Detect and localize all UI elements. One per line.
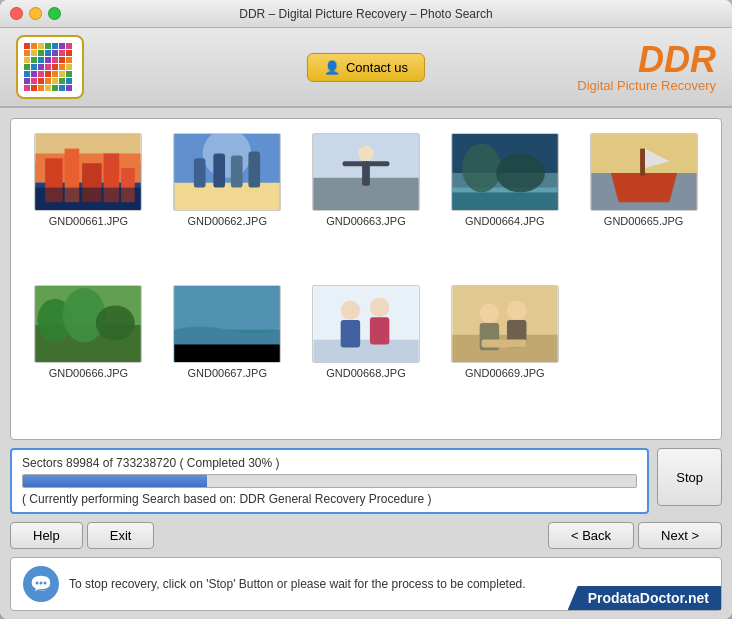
svg-rect-15 xyxy=(24,57,30,63)
svg-rect-94 xyxy=(175,286,280,330)
svg-rect-27 xyxy=(59,64,65,70)
svg-rect-30 xyxy=(31,71,37,77)
svg-rect-45 xyxy=(38,85,44,91)
svg-rect-100 xyxy=(341,320,360,347)
svg-rect-3 xyxy=(38,43,44,49)
main-window: DDR – Digital Picture Recovery – Photo S… xyxy=(0,0,732,619)
photo-item[interactable]: GND00669.JPG xyxy=(441,285,568,425)
svg-rect-13 xyxy=(59,50,65,56)
maximize-button[interactable] xyxy=(48,7,61,20)
info-footer: To stop recovery, click on 'Stop' Button… xyxy=(10,557,722,611)
svg-rect-24 xyxy=(38,64,44,70)
navigation-row: Help Exit < Back Next > xyxy=(10,522,722,549)
photo-thumbnail xyxy=(312,133,420,211)
progress-bar-fill xyxy=(23,475,207,487)
app-logo xyxy=(16,35,84,99)
app-header: 👤 Contact us DDR Digital Picture Recover… xyxy=(0,28,732,108)
photo-item[interactable]: GND00661.JPG xyxy=(25,133,152,273)
svg-rect-59 xyxy=(36,188,141,210)
bottom-controls: Sectors 89984 of 733238720 ( Completed 3… xyxy=(10,448,722,514)
photo-filename: GND00669.JPG xyxy=(465,367,544,379)
svg-rect-12 xyxy=(52,50,58,56)
close-button[interactable] xyxy=(10,7,23,20)
svg-point-99 xyxy=(341,301,360,320)
svg-rect-109 xyxy=(481,340,526,348)
svg-rect-21 xyxy=(66,57,72,63)
exit-button[interactable]: Exit xyxy=(87,522,155,549)
svg-rect-23 xyxy=(31,64,37,70)
photo-filename: GND00664.JPG xyxy=(465,215,544,227)
photo-item[interactable]: GND00663.JPG xyxy=(303,133,430,273)
svg-rect-19 xyxy=(52,57,58,63)
svg-point-78 xyxy=(462,144,501,193)
photo-item[interactable]: GND00662.JPG xyxy=(164,133,291,273)
svg-rect-48 xyxy=(59,85,65,91)
speech-bubble-icon xyxy=(30,573,52,595)
svg-rect-43 xyxy=(24,85,30,91)
stop-button[interactable]: Stop xyxy=(657,448,722,506)
svg-rect-29 xyxy=(24,71,30,77)
svg-point-71 xyxy=(358,146,374,162)
photo-filename: GND00662.JPG xyxy=(187,215,266,227)
window-controls xyxy=(10,7,61,20)
photo-filename: GND00668.JPG xyxy=(326,367,405,379)
svg-rect-44 xyxy=(31,85,37,91)
svg-rect-11 xyxy=(45,50,51,56)
svg-rect-47 xyxy=(52,85,58,91)
progress-status: ( Currently performing Search based on: … xyxy=(22,492,637,506)
svg-rect-49 xyxy=(66,85,72,91)
brand-ddr-text: DDR xyxy=(577,42,716,78)
svg-rect-37 xyxy=(31,78,37,84)
svg-rect-8 xyxy=(24,50,30,56)
svg-rect-17 xyxy=(38,57,44,63)
logo-svg xyxy=(23,42,77,92)
photo-item[interactable]: GND00665.JPG xyxy=(580,133,707,273)
photo-thumbnail xyxy=(34,133,142,211)
svg-point-79 xyxy=(496,153,545,192)
photo-item[interactable]: GND00666.JPG xyxy=(25,285,152,425)
photo-item[interactable]: GND00664.JPG xyxy=(441,133,568,273)
svg-point-107 xyxy=(507,301,526,320)
svg-rect-36 xyxy=(24,78,30,84)
back-button[interactable]: < Back xyxy=(548,522,634,549)
next-button[interactable]: Next > xyxy=(638,522,722,549)
svg-rect-25 xyxy=(45,64,51,70)
photo-filename: GND00667.JPG xyxy=(187,367,266,379)
svg-rect-102 xyxy=(370,317,389,344)
svg-rect-35 xyxy=(66,71,72,77)
svg-rect-31 xyxy=(38,71,44,77)
svg-rect-73 xyxy=(362,161,370,185)
help-button[interactable]: Help xyxy=(10,522,83,549)
svg-point-105 xyxy=(479,304,498,323)
contact-icon: 👤 xyxy=(324,60,340,75)
progress-area: Sectors 89984 of 733238720 ( Completed 3… xyxy=(10,448,649,514)
contact-button[interactable]: 👤 Contact us xyxy=(307,53,425,82)
main-content: GND00661.JPG GND00662.JPG GND00663.JPG xyxy=(0,108,732,619)
svg-rect-5 xyxy=(52,43,58,49)
photo-filename: GND00666.JPG xyxy=(49,367,128,379)
photo-thumbnail xyxy=(451,133,559,211)
svg-rect-85 xyxy=(640,149,645,176)
minimize-button[interactable] xyxy=(29,7,42,20)
svg-rect-67 xyxy=(249,152,261,188)
svg-rect-38 xyxy=(38,78,44,84)
svg-point-112 xyxy=(36,582,39,585)
photo-item[interactable]: GND00668.JPG xyxy=(303,285,430,425)
sectors-text: Sectors 89984 of 733238720 ( Completed 3… xyxy=(22,456,637,470)
title-bar: DDR – Digital Picture Recovery – Photo S… xyxy=(0,0,732,28)
svg-rect-10 xyxy=(38,50,44,56)
photo-thumbnail xyxy=(173,285,281,363)
svg-rect-26 xyxy=(52,64,58,70)
svg-rect-28 xyxy=(66,64,72,70)
svg-point-92 xyxy=(96,305,135,340)
svg-point-101 xyxy=(370,298,389,317)
svg-rect-96 xyxy=(175,344,280,362)
svg-rect-18 xyxy=(45,57,51,63)
photo-item[interactable]: GND00667.JPG xyxy=(164,285,291,425)
photo-thumbnail xyxy=(590,133,698,211)
progress-bar-container xyxy=(22,474,637,488)
photo-thumbnail xyxy=(34,285,142,363)
svg-rect-65 xyxy=(214,153,226,187)
svg-rect-46 xyxy=(45,85,51,91)
svg-rect-64 xyxy=(194,158,206,187)
